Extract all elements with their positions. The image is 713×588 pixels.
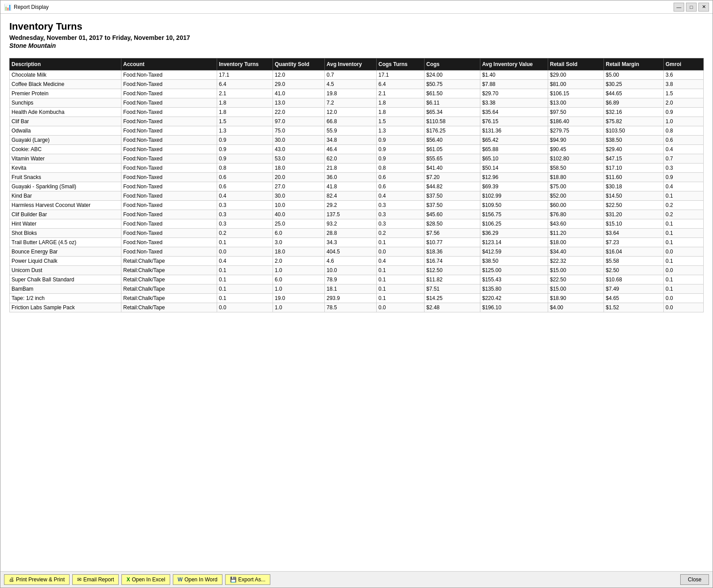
report-date-range: Wednesday, November 01, 2017 to Friday, … — [9, 34, 704, 41]
report-location: Stone Mountain — [9, 42, 704, 49]
col-gmroi: Gmroi — [664, 58, 704, 70]
table-row: Super Chalk Ball StandardRetail:Chalk/Ta… — [10, 275, 704, 284]
table-cell: $6.89 — [604, 98, 664, 108]
table-cell: Food:Non-Taxed — [121, 164, 217, 173]
table-cell: 46.4 — [325, 145, 377, 154]
table-cell: 1.8 — [377, 108, 425, 117]
table-cell: $7.56 — [425, 229, 480, 238]
minimize-button[interactable]: — — [674, 3, 684, 12]
table-cell: 41.8 — [325, 182, 377, 191]
table-cell: Odwalla — [10, 126, 121, 136]
table-cell: $14.25 — [425, 294, 480, 303]
table-cell: 17.1 — [377, 70, 425, 80]
table-cell: 97.0 — [273, 117, 325, 126]
excel-label: Open In Excel — [132, 576, 165, 583]
table-cell: $4.65 — [604, 294, 664, 303]
table-row: Trail Butter LARGE (4.5 oz)Food:Non-Taxe… — [10, 238, 704, 247]
table-cell: 0.1 — [377, 275, 425, 284]
table-cell: 0.6 — [217, 182, 273, 191]
email-report-button[interactable]: ✉ Email Report — [72, 574, 119, 585]
table-cell: $176.25 — [425, 126, 480, 136]
title-bar: 📊 Report Display — □ ✕ — [0, 0, 713, 14]
table-cell: $186.40 — [548, 117, 604, 126]
table-cell: 75.0 — [273, 126, 325, 136]
table-cell: $41.40 — [425, 164, 480, 173]
table-cell: 0.7 — [664, 154, 704, 164]
table-cell: Unicorn Dust — [10, 266, 121, 275]
table-cell: $31.20 — [604, 210, 664, 219]
table-cell: $81.00 — [548, 80, 604, 89]
table-cell: 0.6 — [664, 136, 704, 145]
table-cell: $155.43 — [480, 275, 548, 284]
close-button[interactable]: Close — [680, 574, 709, 585]
export-as-button[interactable]: 💾 Export As... — [225, 574, 270, 585]
table-cell: $38.50 — [480, 257, 548, 266]
table-cell: 0.1 — [664, 257, 704, 266]
table-cell: $30.18 — [604, 182, 664, 191]
table-cell: 36.0 — [325, 173, 377, 182]
open-word-button[interactable]: W Open In Word — [173, 574, 222, 585]
table-cell: $97.50 — [548, 108, 604, 117]
col-description: Description — [10, 58, 121, 70]
table-cell: 2.0 — [664, 98, 704, 108]
print-preview-button[interactable]: 🖨 Print Preview & Print — [4, 574, 70, 585]
table-cell: 6.4 — [377, 80, 425, 89]
table-cell: 41.0 — [273, 89, 325, 98]
table-cell: $110.58 — [425, 117, 480, 126]
table-cell: 0.9 — [377, 145, 425, 154]
table-cell: 4.6 — [325, 257, 377, 266]
table-cell: Kind Bar — [10, 191, 121, 201]
table-cell: 3.0 — [273, 238, 325, 247]
table-cell: Food:Non-Taxed — [121, 98, 217, 108]
table-cell: Sunchips — [10, 98, 121, 108]
table-cell: Food:Non-Taxed — [121, 108, 217, 117]
table-cell: 0.4 — [217, 257, 273, 266]
table-cell: 0.3 — [217, 210, 273, 219]
table-cell: 0.2 — [377, 229, 425, 238]
table-cell: $45.60 — [425, 210, 480, 219]
table-cell: 43.0 — [273, 145, 325, 154]
table-cell: 0.1 — [377, 284, 425, 294]
table-cell: $10.77 — [425, 238, 480, 247]
table-cell: $65.10 — [480, 154, 548, 164]
maximize-button[interactable]: □ — [686, 3, 697, 12]
table-cell: 0.3 — [217, 201, 273, 210]
table-cell: 12.0 — [325, 108, 377, 117]
table-cell: Shot Bloks — [10, 229, 121, 238]
table-cell: 0.0 — [217, 247, 273, 257]
table-cell: 0.9 — [217, 145, 273, 154]
table-cell: $60.00 — [548, 201, 604, 210]
table-cell: Power Liquid Chalk — [10, 257, 121, 266]
table-cell: 18.1 — [325, 284, 377, 294]
col-retail-margin: Retail Margin — [604, 58, 664, 70]
open-excel-button[interactable]: X Open In Excel — [121, 574, 170, 585]
table-cell: Retail:Chalk/Tape — [121, 284, 217, 294]
table-cell: 1.3 — [377, 126, 425, 136]
table-cell: $24.00 — [425, 70, 480, 80]
table-cell: 0.1 — [664, 219, 704, 229]
table-cell: 0.0 — [664, 247, 704, 257]
print-icon: 🖨 — [9, 576, 14, 583]
table-cell: Clif Builder Bar — [10, 210, 121, 219]
table-cell: 28.8 — [325, 229, 377, 238]
table-cell: $5.58 — [604, 257, 664, 266]
table-row: Power Liquid ChalkRetail:Chalk/Tape0.42.… — [10, 257, 704, 266]
inventory-table: Description Account Inventory Turns Quan… — [9, 58, 704, 312]
table-cell: $131.36 — [480, 126, 548, 136]
table-cell: Friction Labs Sample Pack — [10, 303, 121, 312]
table-cell: $11.60 — [604, 173, 664, 182]
table-cell: 82.4 — [325, 191, 377, 201]
table-cell: 0.4 — [664, 145, 704, 154]
table-row: Kind BarFood:Non-Taxed0.430.082.40.4$37.… — [10, 191, 704, 201]
table-cell: $2.50 — [604, 266, 664, 275]
window-title: Report Display — [14, 4, 674, 10]
table-cell: $15.10 — [604, 219, 664, 229]
table-cell: Food:Non-Taxed — [121, 210, 217, 219]
table-cell: 404.5 — [325, 247, 377, 257]
table-cell: 0.1 — [217, 275, 273, 284]
window-close-button[interactable]: ✕ — [698, 3, 709, 12]
table-row: Coffee Black MedicineFood:Non-Taxed6.429… — [10, 80, 704, 89]
table-cell: 0.1 — [217, 266, 273, 275]
table-cell: 29.2 — [325, 201, 377, 210]
table-cell: 0.4 — [377, 191, 425, 201]
